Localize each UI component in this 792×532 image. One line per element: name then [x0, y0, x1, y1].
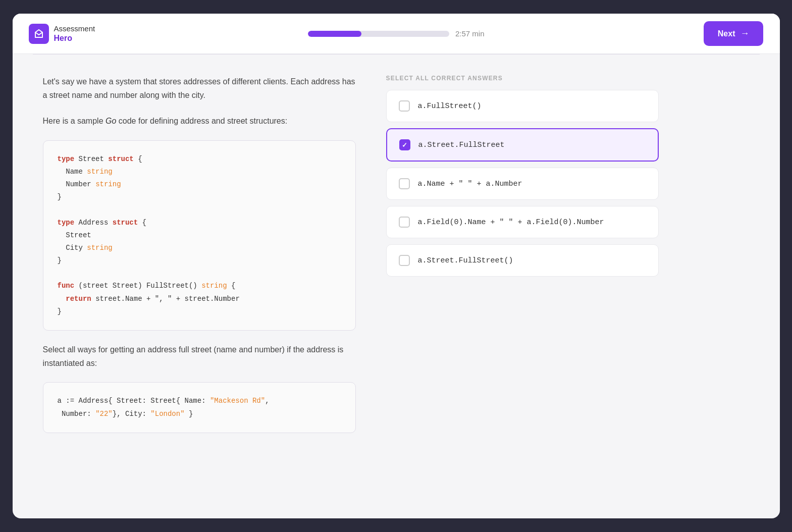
section-label: SELECT ALL CORRECT ANSWERS [386, 75, 659, 82]
answer-label-5: a.Street.FullStreet() [418, 256, 513, 265]
checkbox-2[interactable] [399, 139, 410, 150]
answer-label-3: a.Name + " " + a.Number [418, 180, 522, 188]
next-button[interactable]: Next → [704, 21, 764, 46]
progress-container: 2:57 min [308, 29, 491, 38]
progress-bar-fill [308, 31, 361, 37]
logo: Assessment Hero [29, 24, 95, 44]
code-block-2: a := Address{ Street: Street{ Name: "Mac… [43, 382, 356, 433]
logo-bottom: Hero [54, 33, 95, 43]
answer-label-4: a.Field(0).Name + " " + a.Field(0).Numbe… [418, 218, 604, 227]
right-panel: SELECT ALL CORRECT ANSWERS a.FullStreet(… [386, 75, 659, 445]
progress-bar-background [308, 31, 449, 37]
logo-icon [29, 24, 49, 44]
checkbox-4[interactable] [399, 217, 410, 228]
answer-option-4[interactable]: a.Field(0).Name + " " + a.Field(0).Numbe… [386, 206, 659, 238]
header: Assessment Hero 2:57 min Next → [13, 14, 780, 54]
logo-text: Assessment Hero [54, 24, 95, 43]
timer-label: 2:57 min [455, 29, 491, 38]
answer-label-1: a.FullStreet() [418, 102, 482, 111]
left-panel: Let's say we have a system that stores a… [43, 75, 356, 445]
answer-option-5[interactable]: a.Street.FullStreet() [386, 244, 659, 277]
answer-option-2[interactable]: a.Street.FullStreet [386, 128, 659, 162]
app-window: Assessment Hero 2:57 min Next → Let's sa… [13, 14, 780, 518]
logo-top: Assessment [54, 24, 95, 33]
code-block-1: type Street struct { Name string Number … [43, 140, 356, 331]
checkbox-5[interactable] [399, 255, 410, 266]
checkbox-1[interactable] [399, 100, 410, 112]
answer-option-3[interactable]: a.Name + " " + a.Number [386, 168, 659, 200]
answer-option-1[interactable]: a.FullStreet() [386, 90, 659, 122]
question-body: Select all ways for getting an address f… [43, 343, 356, 370]
checkbox-3[interactable] [399, 178, 410, 189]
arrow-right-icon: → [740, 28, 749, 39]
answer-label-2: a.Street.FullStreet [418, 141, 505, 149]
intro-paragraph-2: Here is a sample Go code for defining ad… [43, 114, 356, 128]
intro-paragraph-1: Let's say we have a system that stores a… [43, 75, 356, 102]
main-content: Let's say we have a system that stores a… [13, 55, 780, 465]
lang-label: Go [105, 117, 116, 125]
